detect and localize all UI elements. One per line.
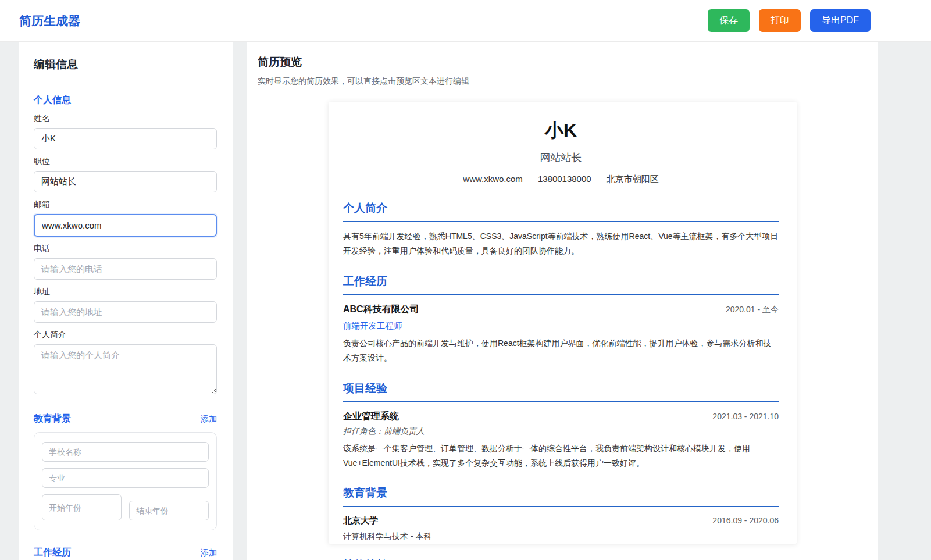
position-label: 职位 xyxy=(34,156,217,167)
header-actions: 保存 打印 导出PDF xyxy=(708,9,871,32)
work-role[interactable]: 前端开发工程师 xyxy=(343,320,779,331)
resume-summary-text[interactable]: 具有5年前端开发经验，熟悉HTML5、CSS3、JavaScript等前端技术，… xyxy=(343,229,779,258)
preview-panel: 简历预览 实时显示您的简历效果，可以直接点击预览区文本进行编辑 小K 网站站长 … xyxy=(247,42,878,560)
name-label: 姓名 xyxy=(34,113,217,124)
project-item-header: 企业管理系统 2021.03 - 2021.10 xyxy=(343,411,779,423)
save-button[interactable]: 保存 xyxy=(708,9,750,32)
personal-info-section-title: 个人信息 xyxy=(34,94,217,106)
work-section-header: 工作经历 添加 xyxy=(34,547,217,559)
resume-education-section: 教育背景 北京大学 2016.09 - 2020.06 计算机科学与技术 - 本… xyxy=(343,486,779,542)
resume-work-section: 工作经历 ABC科技有限公司 2020.01 - 至今 前端开发工程师 负责公司… xyxy=(343,274,779,365)
resume-contact-email[interactable]: www.xkwo.com xyxy=(463,174,523,185)
education-period: 2016.09 - 2020.06 xyxy=(712,516,779,525)
education-section-title: 教育背景 xyxy=(34,413,71,425)
year-row xyxy=(42,494,209,520)
project-period: 2021.03 - 2021.10 xyxy=(712,412,779,421)
education-item-header: 北京大学 2016.09 - 2020.06 xyxy=(343,515,779,526)
education-school[interactable]: 北京大学 xyxy=(343,515,378,526)
phone-field-group: 电话 xyxy=(34,244,217,280)
start-year-input[interactable] xyxy=(42,494,122,520)
resume-skills-section: 技能特长 HTML5 CSS3 JavaScript React Vue xyxy=(343,558,779,560)
resume-skills-title: 技能特长 xyxy=(343,558,779,560)
work-period: 2020.01 - 至今 xyxy=(726,305,779,315)
address-field-group: 地址 xyxy=(34,287,217,323)
work-company[interactable]: ABC科技有限公司 xyxy=(343,304,419,316)
email-label: 邮箱 xyxy=(34,199,217,210)
project-description[interactable]: 该系统是一个集客户管理、订单管理、数据分析于一体的综合性平台，我负责前端架构设计… xyxy=(343,441,779,470)
email-input[interactable] xyxy=(34,214,217,237)
resume-education-title: 教育背景 xyxy=(343,486,779,507)
address-label: 地址 xyxy=(34,287,217,297)
editor-title: 编辑信息 xyxy=(34,57,217,81)
project-role: 担任角色：前端负责人 xyxy=(343,426,779,437)
work-description[interactable]: 负责公司核心产品的前端开发与维护，使用React框架构建用户界面，优化前端性能，… xyxy=(343,336,779,365)
add-work-link[interactable]: 添加 xyxy=(201,548,217,558)
resume-contact-row: www.xkwo.com 13800138000 北京市朝阳区 xyxy=(343,174,779,185)
resume-contact-phone[interactable]: 13800138000 xyxy=(538,174,591,185)
add-education-link[interactable]: 添加 xyxy=(201,414,217,425)
editor-sidebar: 编辑信息 个人信息 姓名 职位 邮箱 电话 地址 个人简介 教育背景 xyxy=(19,42,233,560)
position-field-group: 职位 xyxy=(34,156,217,192)
project-name[interactable]: 企业管理系统 xyxy=(343,411,399,423)
phone-label: 电话 xyxy=(34,244,217,254)
resume-projects-title: 项目经验 xyxy=(343,381,779,402)
major-input[interactable] xyxy=(42,468,209,488)
resume-summary-section: 个人简介 具有5年前端开发经验，熟悉HTML5、CSS3、JavaScript等… xyxy=(343,201,779,258)
summary-textarea[interactable] xyxy=(34,344,217,394)
name-field-group: 姓名 xyxy=(34,113,217,149)
education-degree: 计算机科学与技术 - 本科 xyxy=(343,532,779,542)
resume-card: 小K 网站站长 www.xkwo.com 13800138000 北京市朝阳区 … xyxy=(329,102,797,544)
email-field-group: 邮箱 xyxy=(34,199,217,237)
address-input[interactable] xyxy=(34,301,217,323)
app-header: 简历生成器 保存 打印 导出PDF xyxy=(0,0,931,42)
phone-input[interactable] xyxy=(34,258,217,280)
resume-name[interactable]: 小K xyxy=(343,118,779,144)
education-entry-card xyxy=(34,432,217,530)
main-content: 编辑信息 个人信息 姓名 职位 邮箱 电话 地址 个人简介 教育背景 xyxy=(0,42,931,560)
name-input[interactable] xyxy=(34,128,217,149)
export-pdf-button[interactable]: 导出PDF xyxy=(810,9,871,32)
work-item-header: ABC科技有限公司 2020.01 - 至今 xyxy=(343,304,779,316)
work-section-title: 工作经历 xyxy=(34,547,71,559)
resume-projects-section: 项目经验 企业管理系统 2021.03 - 2021.10 担任角色：前端负责人… xyxy=(343,381,779,470)
summary-field-group: 个人简介 xyxy=(34,330,217,397)
print-button[interactable]: 打印 xyxy=(759,9,801,32)
resume-work-title: 工作经历 xyxy=(343,274,779,295)
education-section-header: 教育背景 添加 xyxy=(34,413,217,425)
resume-contact-address[interactable]: 北京市朝阳区 xyxy=(607,174,659,185)
school-name-input[interactable] xyxy=(42,442,209,462)
end-year-input[interactable] xyxy=(129,501,209,520)
position-input[interactable] xyxy=(34,171,217,192)
resume-job-title[interactable]: 网站站长 xyxy=(343,151,779,165)
preview-subtitle: 实时显示您的简历效果，可以直接点击预览区文本进行编辑 xyxy=(258,76,868,87)
resume-summary-title: 个人简介 xyxy=(343,201,779,222)
app-title: 简历生成器 xyxy=(19,13,80,29)
preview-title: 简历预览 xyxy=(258,55,868,70)
summary-label: 个人简介 xyxy=(34,330,217,340)
